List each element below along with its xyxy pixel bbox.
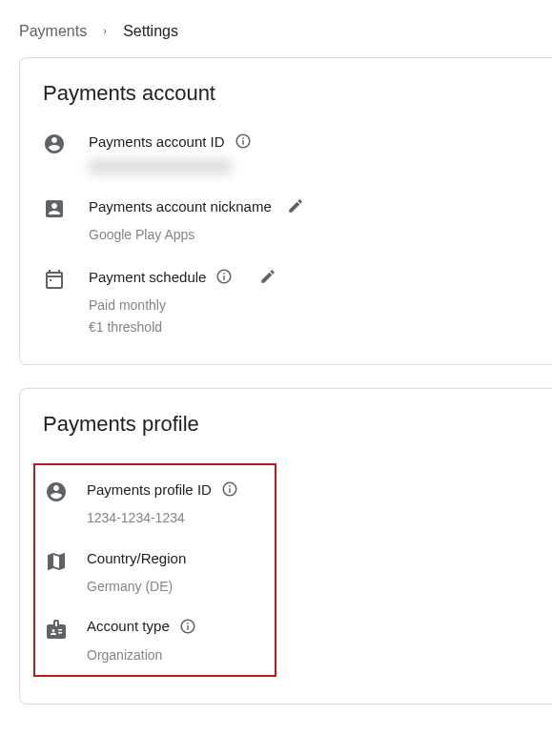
setting-country: Country/Region Germany (DE) xyxy=(45,550,263,597)
card-title: Payments profile xyxy=(43,412,529,437)
setting-account-type: Account type Organization xyxy=(45,618,263,665)
setting-label: Payments account nickname xyxy=(89,198,272,215)
setting-label: Country/Region xyxy=(87,550,186,566)
badge-icon xyxy=(45,618,68,641)
info-icon[interactable] xyxy=(235,133,252,150)
redacted-value xyxy=(89,159,232,174)
highlight-annotation: Payments profile ID 1234-1234-1234 Count… xyxy=(33,463,276,677)
payments-profile-card: Payments profile Payments profile ID 123… xyxy=(19,388,552,705)
person-icon xyxy=(43,133,66,155)
setting-value: Google Play Apps xyxy=(89,224,529,245)
breadcrumb: Payments Settings xyxy=(0,0,552,57)
card-title: Payments account xyxy=(43,81,529,106)
info-icon[interactable] xyxy=(179,618,196,635)
setting-label: Account type xyxy=(87,618,170,634)
setting-schedule: Payment schedule Paid monthly €1 thresho… xyxy=(43,268,529,337)
map-icon xyxy=(45,550,68,573)
chevron-right-icon xyxy=(100,24,110,39)
setting-profile-id: Payments profile ID 1234-1234-1234 xyxy=(45,480,263,528)
info-icon[interactable] xyxy=(221,480,238,498)
calendar-icon xyxy=(43,268,66,291)
breadcrumb-parent[interactable]: Payments xyxy=(19,23,87,40)
setting-value: Germany (DE) xyxy=(87,576,263,597)
setting-nickname: Payments account nickname Google Play Ap… xyxy=(43,197,529,245)
setting-value: 1234-1234-1234 xyxy=(87,507,263,528)
info-icon[interactable] xyxy=(215,268,233,285)
setting-value: Organization xyxy=(87,644,263,665)
setting-label: Payments account ID xyxy=(89,133,225,150)
pencil-icon[interactable] xyxy=(287,197,304,215)
setting-value: Paid monthly €1 threshold xyxy=(89,295,529,337)
setting-label: Payment schedule xyxy=(89,269,206,285)
setting-account-id: Payments account ID xyxy=(43,133,529,174)
account-box-icon xyxy=(43,197,66,220)
payments-account-card: Payments account Payments account ID Pay… xyxy=(19,57,552,365)
pencil-icon[interactable] xyxy=(259,268,276,285)
person-icon xyxy=(45,480,68,503)
breadcrumb-current: Settings xyxy=(123,23,178,40)
setting-label: Payments profile ID xyxy=(87,481,212,498)
